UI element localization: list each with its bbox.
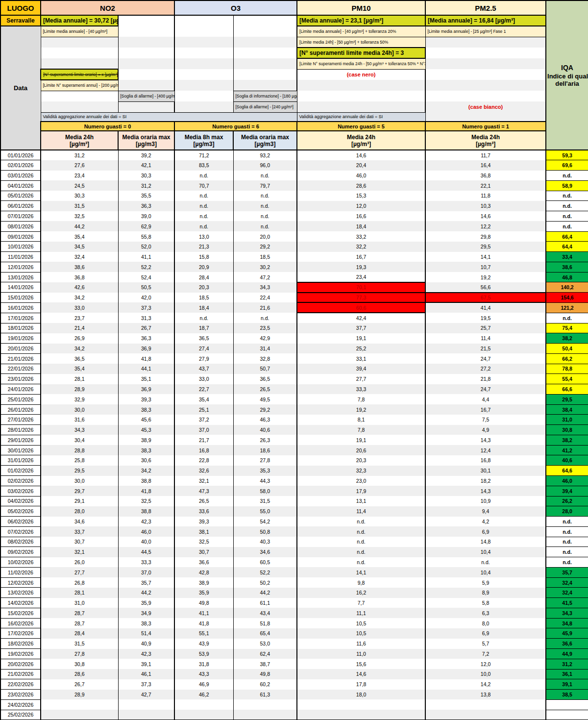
no2-oraria-max-cell[interactable]: 30,6	[118, 455, 174, 466]
date-cell[interactable]: 23/01/2026	[0, 374, 41, 384]
no2-media24h-cell[interactable]: 23,4	[41, 171, 118, 181]
pm25-media24h-cell[interactable]: 13,8	[425, 690, 546, 700]
o3-oraria-max-cell[interactable]: 31,4	[233, 344, 297, 354]
o3-8h-max-cell[interactable]: 70,7	[174, 180, 233, 191]
no2-media24h-cell[interactable]: 26,8	[41, 577, 118, 588]
o3-8h-max-cell[interactable]: 27,9	[174, 353, 233, 364]
iqa-cell[interactable]: 64,6	[546, 466, 588, 476]
date-cell[interactable]: 19/01/2026	[0, 333, 41, 344]
no2-oraria-max-cell[interactable]: 40,9	[118, 639, 174, 649]
o3-oraria-max-cell[interactable]: 79,7	[233, 180, 297, 191]
date-cell[interactable]: 19/02/2026	[0, 649, 41, 659]
iqa-cell[interactable]: 75,4	[546, 323, 588, 333]
pm25-media24h-cell[interactable]: 14,2	[425, 679, 546, 690]
date-cell[interactable]: 08/02/2026	[0, 537, 41, 547]
o3-8h-max-cell[interactable]: 35,9	[174, 588, 233, 598]
no2-media24h-cell[interactable]: 29,1	[41, 496, 118, 506]
iqa-cell[interactable]: 38,2	[546, 435, 588, 445]
o3-oraria-max-cell[interactable]: 38,7	[233, 659, 297, 669]
no2-oraria-max-cell[interactable]	[118, 699, 174, 710]
pm10-media24h-cell[interactable]: 33,2	[297, 231, 425, 242]
o3-8h-max-cell[interactable]: 37,2	[174, 415, 233, 425]
no2-oraria-max-cell[interactable]	[118, 710, 174, 720]
iqa-cell[interactable]: 41,5	[546, 598, 588, 608]
no2-media24h-cell[interactable]: 30,4	[41, 435, 118, 445]
date-cell[interactable]: 16/01/2026	[0, 302, 41, 313]
iqa-cell[interactable]: 32,4	[546, 588, 588, 598]
iqa-cell[interactable]: 46,0	[546, 476, 588, 486]
no2-media24h-cell[interactable]: 31,5	[41, 201, 118, 211]
pm10-media24h-cell[interactable]: 17,8	[297, 679, 425, 690]
iqa-cell[interactable]	[546, 710, 588, 720]
no2-media24h-cell[interactable]: 30,7	[41, 537, 118, 547]
o3-oraria-max-cell[interactable]: 43,4	[233, 608, 297, 618]
no2-oraria-max-cell[interactable]: 44,5	[118, 547, 174, 557]
no2-media24h-cell[interactable]: 34,5	[41, 242, 118, 252]
pm10-media24h-cell[interactable]: 13,1	[297, 496, 425, 506]
date-cell[interactable]: 26/01/2026	[0, 404, 41, 415]
iqa-cell[interactable]: 38,2	[546, 333, 588, 344]
no2-oraria-max-cell[interactable]: 26,7	[118, 323, 174, 333]
o3-8h-max-cell[interactable]: n.d.	[174, 191, 233, 201]
pm25-media24h-cell[interactable]: 11,8	[425, 191, 546, 201]
o3-oraria-max-cell[interactable]: 50,8	[233, 526, 297, 537]
pm10-media24h-cell[interactable]: 7,8	[297, 425, 425, 435]
date-cell[interactable]: 07/02/2026	[0, 526, 41, 537]
pm10-media24h-cell[interactable]: 32,2	[297, 242, 425, 252]
no2-media24h-cell[interactable]	[41, 710, 118, 720]
pm10-media24h-cell[interactable]: n.d.	[297, 537, 425, 547]
pm10-media24h-cell[interactable]: 32,3	[297, 466, 425, 476]
pm10-media24h-cell[interactable]: 33,3	[297, 384, 425, 395]
no2-oraria-max-cell[interactable]: 44,1	[118, 364, 174, 374]
no2-oraria-max-cell[interactable]: 42,3	[118, 649, 174, 659]
pm10-media24h-cell[interactable]: 23,4	[297, 272, 425, 282]
no2-media24h-cell[interactable]: 34,6	[41, 517, 118, 527]
no2-oraria-max-cell[interactable]: 45,3	[118, 425, 174, 435]
pm10-media24h-cell[interactable]: 15,3	[297, 191, 425, 201]
o3-8h-max-cell[interactable]: 25,1	[174, 404, 233, 415]
no2-oraria-max-cell[interactable]: 34,9	[118, 608, 174, 618]
date-cell[interactable]: 28/01/2026	[0, 425, 41, 435]
no2-media24h-cell[interactable]: 26,0	[41, 557, 118, 568]
pm25-media24h-cell[interactable]: 10,4	[425, 547, 546, 557]
no2-oraria-max-cell[interactable]: 36,3	[118, 333, 174, 344]
date-cell[interactable]: 06/01/2026	[0, 201, 41, 211]
o3-8h-max-cell[interactable]: 41,1	[174, 608, 233, 618]
no2-media24h-cell[interactable]: 34,2	[41, 293, 118, 303]
o3-8h-max-cell[interactable]: 20,9	[174, 262, 233, 272]
pm10-media24h-cell[interactable]: 70,1	[297, 282, 425, 293]
no2-media24h-cell[interactable]: 32,5	[41, 211, 118, 222]
o3-oraria-max-cell[interactable]: 34,3	[233, 282, 297, 293]
no2-oraria-max-cell[interactable]: 51,4	[118, 628, 174, 639]
iqa-cell[interactable]: 154,6	[546, 293, 588, 303]
no2-oraria-max-cell[interactable]: 40,0	[118, 537, 174, 547]
no2-media24h-cell[interactable]: 32,1	[41, 547, 118, 557]
no2-media24h-cell[interactable]: 28,1	[41, 374, 118, 384]
no2-media24h-cell[interactable]: 28,8	[41, 445, 118, 455]
iqa-cell[interactable]: 46,8	[546, 272, 588, 282]
o3-oraria-max-cell[interactable]: 61,1	[233, 598, 297, 608]
no2-media24h-cell[interactable]: 21,4	[41, 323, 118, 333]
no2-media24h-cell[interactable]: 42,6	[41, 282, 118, 293]
pm25-media24h-cell[interactable]: 27,2	[425, 364, 546, 374]
pm10-media24h-cell[interactable]: 18,4	[297, 221, 425, 231]
date-cell[interactable]: 03/01/2026	[0, 171, 41, 181]
pm25-media24h-cell[interactable]: 29,8	[425, 231, 546, 242]
pm10-media24h-cell[interactable]: 8,1	[297, 415, 425, 425]
o3-8h-max-cell[interactable]: 21,7	[174, 435, 233, 445]
pm25-media24h-cell[interactable]: 4,9	[425, 425, 546, 435]
o3-oraria-max-cell[interactable]: n.d.	[233, 211, 297, 222]
date-cell[interactable]: 04/02/2026	[0, 496, 41, 506]
pm25-media24h-cell[interactable]: 21,5	[425, 344, 546, 354]
no2-oraria-max-cell[interactable]: 52,2	[118, 262, 174, 272]
no2-media24h-cell[interactable]: 28,6	[41, 669, 118, 679]
date-cell[interactable]: 16/02/2026	[0, 618, 41, 628]
pm25-media24h-cell[interactable]: 22,1	[425, 180, 546, 191]
o3-8h-max-cell[interactable]: n.d.	[174, 201, 233, 211]
iqa-cell[interactable]: 28,0	[546, 506, 588, 517]
o3-oraria-max-cell[interactable]: 20,0	[233, 231, 297, 242]
pm25-media24h-cell[interactable]	[425, 699, 546, 710]
iqa-cell[interactable]: n.d.	[546, 201, 588, 211]
iqa-cell[interactable]: n.d.	[546, 537, 588, 547]
pm25-media24h-cell[interactable]: n.d.	[425, 557, 546, 568]
